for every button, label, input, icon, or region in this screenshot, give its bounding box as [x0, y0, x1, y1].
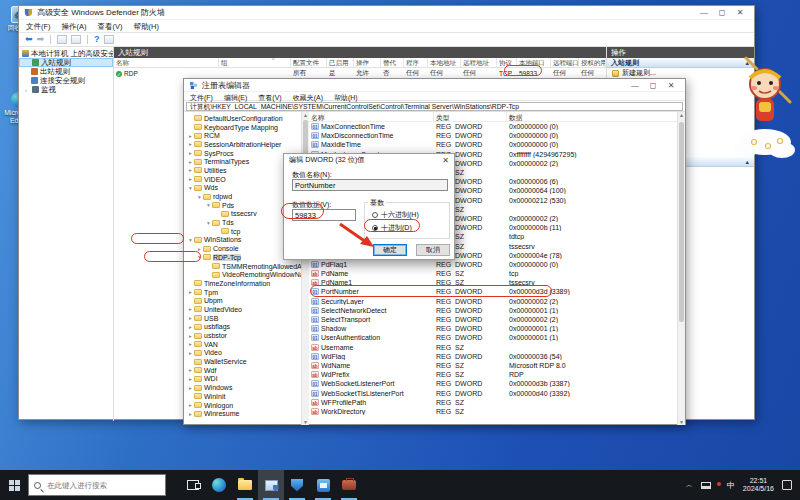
fw-tree-item-2[interactable]: 出站规则 — [19, 67, 113, 76]
help-icon[interactable]: ? — [94, 35, 100, 44]
registry-key-usb[interactable]: ▸USB — [184, 314, 301, 323]
expand-icon[interactable]: ▾ — [205, 202, 212, 208]
column-header[interactable]: 名称 — [114, 58, 219, 67]
tray-expand-icon[interactable]: ︿ — [686, 480, 693, 490]
value-row-selectnetworkdetect[interactable]: 01SelectNetworkDetectREG_DWORD0x00000001… — [309, 306, 685, 315]
expand-icon[interactable]: ▸ — [187, 150, 194, 156]
taskbar-file-explorer[interactable] — [232, 470, 258, 500]
expand-icon[interactable]: ▸ — [187, 315, 194, 321]
expand-icon[interactable]: ▸ — [187, 341, 194, 347]
network-icon[interactable] — [701, 482, 711, 489]
fw-tree-root[interactable]: 本地计算机 上的高级安全 Win — [19, 49, 113, 58]
value-name-field[interactable] — [292, 179, 448, 191]
menu-item[interactable]: 帮助(H) — [134, 22, 159, 30]
menu-item[interactable]: 操作(A) — [62, 22, 87, 30]
column-header[interactable]: 本地端口 — [517, 58, 551, 67]
value-data-field[interactable] — [292, 209, 356, 221]
value-row-portnumber[interactable]: 01PortNumberREG_DWORD0x00000d3d (3389) — [309, 287, 685, 296]
column-header[interactable]: 组⌃ — [219, 58, 291, 67]
registry-key-windows[interactable]: ▸Windows — [184, 383, 301, 392]
expand-icon[interactable]: ▸ — [187, 133, 194, 139]
value-row-maxconnectiontime[interactable]: 01MaxConnectionTimeREG_DWORD0x00000000 (… — [309, 122, 685, 131]
value-row-wdprefix[interactable]: abWdPrefixREG_SZRDP — [309, 370, 685, 379]
menu-item[interactable]: 帮助(H) — [334, 93, 358, 99]
fw-tree-item-1[interactable]: 入站规则 — [19, 58, 113, 67]
value-row-wdname[interactable]: abWdNameREG_SZMicrosoft RDP 8.0 — [309, 361, 685, 370]
expand-icon[interactable]: ▸ — [187, 167, 194, 173]
properties-icon[interactable] — [104, 35, 114, 44]
column-header[interactable]: 操作 — [354, 58, 381, 67]
registry-key-wininit[interactable]: WinInit — [184, 392, 301, 401]
value-row-maxidletime[interactable]: 01MaxIdleTimeREG_DWORD0x00000000 (0) — [309, 140, 685, 149]
value-row-userauthentication[interactable]: 01UserAuthenticationREG_DWORD0x00000001 … — [309, 333, 685, 342]
dialog-close-icon[interactable]: ✕ — [442, 156, 449, 165]
menu-item[interactable]: 文件(F) — [26, 22, 51, 30]
value-row-pdname[interactable]: abPdNameREG_SZtcp — [309, 269, 685, 278]
menu-item[interactable]: 文件(F) — [190, 93, 213, 99]
registry-address-input[interactable]: 计算机\HKEY_LOCAL_MACHINE\SYSTEM\CurrentCon… — [186, 102, 683, 111]
radio-decimal[interactable]: 十进制(D) — [372, 223, 412, 233]
task-view-button[interactable] — [180, 470, 206, 500]
menu-item[interactable]: 编辑(E) — [224, 93, 247, 99]
value-row-websockettlslistenerport[interactable]: 01WebSocketTlsListenerPortREG_DWORD0x000… — [309, 388, 685, 397]
expand-icon[interactable]: ▸ — [187, 159, 194, 165]
firewall-minimize-button[interactable]: — — [695, 6, 713, 19]
expand-icon[interactable]: ▸ — [187, 350, 194, 356]
values-column-header[interactable]: 类型 — [434, 112, 507, 121]
expand-icon[interactable]: ▸ — [196, 246, 203, 252]
value-row-shadow[interactable]: 01ShadowREG_DWORD0x00000001 (1) — [309, 324, 685, 333]
list-scroll-up-icon[interactable]: ⌃ — [600, 59, 605, 66]
value-row-workdirectory[interactable]: abWorkDirectoryREG_SZ — [309, 407, 685, 416]
registry-key-video[interactable]: ▸Video — [184, 349, 301, 358]
value-row-websocketlistenerport[interactable]: 01WebSocketListenerPortREG_DWORD0x00000d… — [309, 379, 685, 388]
taskbar-app-blue[interactable] — [310, 470, 336, 500]
registry-key-wdf[interactable]: ▸Wdf — [184, 366, 301, 375]
registry-key-winresume[interactable]: ▸Winresume — [184, 409, 301, 418]
fw-tree-item-3[interactable]: 连接安全规则 — [19, 76, 113, 85]
expand-icon[interactable]: ▸ — [187, 376, 194, 382]
firewall-close-button[interactable]: ✕ — [731, 6, 749, 19]
ok-button[interactable]: 确定 — [373, 244, 407, 256]
expand-icon[interactable]: ▸ — [187, 306, 194, 312]
expand-icon[interactable]: ▾ — [187, 185, 194, 191]
registry-key-walletservice[interactable]: WalletService — [184, 357, 301, 366]
value-row-maxdisconnectiontime[interactable]: 01MaxDisconnectionTimeREG_DWORD0x0000000… — [309, 131, 685, 140]
values-scrollbar[interactable]: ▲▼ — [677, 112, 685, 425]
expand-icon[interactable]: ▸ — [187, 411, 194, 417]
expand-icon[interactable]: ▸ — [187, 176, 194, 182]
column-header[interactable]: 远程地址 — [461, 58, 497, 67]
taskbar-firewall-console[interactable] — [258, 470, 284, 500]
value-row-securitylayer[interactable]: 01SecurityLayerREG_DWORD0x00000002 (2) — [309, 297, 685, 306]
registry-key-videoremotingwindownames[interactable]: VideoRemotingWindowNames — [184, 270, 301, 279]
forward-button[interactable]: ➡ — [37, 35, 45, 44]
firewall-maximize-button[interactable]: ◻ — [713, 6, 731, 19]
taskbar-clock[interactable]: 22:51 2024/5/16 — [743, 477, 774, 494]
collapse-icon[interactable]: ▲ — [745, 159, 750, 165]
menu-item[interactable]: 查看(V) — [258, 93, 281, 99]
action-center-icon[interactable] — [782, 480, 792, 490]
column-header[interactable]: 本地地址 — [428, 58, 461, 67]
console-tree-icon[interactable] — [57, 35, 67, 44]
taskbar-defender[interactable] — [284, 470, 310, 500]
taskbar-edge[interactable] — [206, 470, 232, 500]
value-row-username[interactable]: abUsernameREG_SZ — [309, 343, 685, 352]
export-list-icon[interactable] — [71, 35, 81, 44]
dialog-titlebar[interactable]: 编辑 DWORD (32 位)值 ✕ — [284, 154, 454, 166]
registry-key-keyboardtype-mapping[interactable]: KeyboardType Mapping — [184, 123, 301, 132]
values-column-header[interactable]: 名称 — [309, 112, 434, 121]
registry-key-tpm[interactable]: ▸Tpm — [184, 288, 301, 297]
value-row-pdname1[interactable]: abPdName1REG_SZtssecsrv — [309, 278, 685, 287]
column-header[interactable]: 配置文件 — [291, 58, 327, 67]
cancel-button[interactable]: 取消 — [416, 244, 450, 256]
value-row-wdflag[interactable]: 01WdFlagREG_DWORD0x00000036 (54) — [309, 352, 685, 361]
radio-hexadecimal[interactable]: 十六进制(H) — [372, 210, 419, 220]
expand-icon[interactable]: ▾ — [196, 194, 203, 200]
expand-icon[interactable]: ▾ — [196, 254, 203, 260]
column-header[interactable]: 替代 — [381, 58, 404, 67]
registry-minimize-button[interactable]: — — [626, 79, 644, 92]
expand-icon[interactable]: ▸ — [187, 141, 194, 147]
registry-key-tsmmremotingallowedapps[interactable]: TSMMRemotingAllowedApps — [184, 262, 301, 271]
registry-key-sessionarbitrationhelper[interactable]: ▸SessionArbitrationHelper — [184, 140, 301, 149]
expand-icon[interactable]: ▸ — [187, 367, 194, 373]
registry-key-ubpm[interactable]: Ubpm — [184, 296, 301, 305]
